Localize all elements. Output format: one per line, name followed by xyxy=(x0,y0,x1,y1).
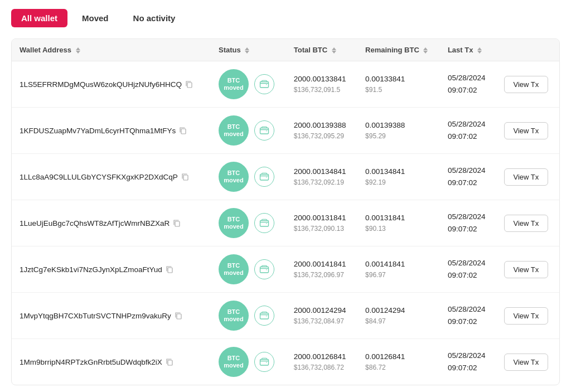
svg-rect-13 xyxy=(260,360,268,366)
wallet-address-cell: 1LueUjEuBgc7cQhsWT8zAfTjcWmrNBZXaR xyxy=(12,200,211,246)
total-btc-value: 2000.00134841 xyxy=(294,166,350,178)
last-tx-date: 05/28/2024 xyxy=(448,303,488,316)
last-tx-date: 05/28/2024 xyxy=(448,164,488,177)
last-tx-date: 05/28/2024 xyxy=(448,211,488,223)
action-cell: View Tx xyxy=(496,108,559,154)
table-row: 1LS5EFRRMDgMQusW6zokQUHjzNUfy6HHCQ BTC m… xyxy=(12,61,559,108)
remaining-btc-cell: 0.00134841 $92.19 xyxy=(357,154,440,200)
remaining-btc-value: 0.00133841 xyxy=(365,73,432,85)
sort-icon-remaining-btc[interactable] xyxy=(423,47,428,54)
view-tx-button[interactable]: View Tx xyxy=(504,261,549,278)
wallet-icon[interactable] xyxy=(254,213,274,233)
view-tx-button[interactable]: View Tx xyxy=(504,168,549,186)
svg-rect-10 xyxy=(177,314,181,319)
copy-icon[interactable] xyxy=(175,312,182,320)
sort-icon-total-btc[interactable] xyxy=(332,47,336,54)
last-tx-date: 05/28/2024 xyxy=(448,257,488,269)
remaining-btc-usd: $84.97 xyxy=(365,316,432,327)
wallet-address-text: 1KFDUSZuapMv7YaDmL6cyrHTQhma1MtFYs xyxy=(20,127,176,135)
status-content: BTC moved xyxy=(219,115,278,146)
tab-all-wallet[interactable]: All wallet xyxy=(11,9,67,27)
status-content: BTC moved xyxy=(219,254,278,284)
total-btc-usd: $136,732,091.5 xyxy=(294,85,350,95)
col-action xyxy=(496,39,559,61)
status-content: BTC moved xyxy=(219,162,278,192)
last-tx-date: 05/28/2024 xyxy=(448,118,488,130)
wallet-icon[interactable] xyxy=(254,306,274,326)
wallet-address-text: 1LLc8aA9C9LLULGbYCYSFKXgxKP2DXdCqP xyxy=(20,173,178,181)
total-btc-content: 2000.00139388 $136,732,095.29 xyxy=(294,119,350,142)
table-header: Wallet Address Status xyxy=(12,39,559,61)
svg-rect-7 xyxy=(260,221,268,227)
remaining-btc-content: 0.00141841 $96.97 xyxy=(365,258,432,281)
svg-rect-12 xyxy=(168,360,172,365)
wallet-icon[interactable] xyxy=(254,74,274,94)
total-btc-usd: $136,732,086.72 xyxy=(294,362,350,373)
total-btc-content: 2000.00141841 $136,732,096.97 xyxy=(294,258,350,281)
action-cell: View Tx xyxy=(496,61,559,108)
last-tx-content: 05/28/2024 09:07:02 xyxy=(448,257,488,281)
total-btc-cell: 2000.00134841 $136,732,092.19 xyxy=(286,154,357,200)
remaining-btc-content: 0.00124294 $84.97 xyxy=(365,304,432,327)
last-tx-time: 09:07:02 xyxy=(448,84,488,96)
last-tx-cell: 05/28/2024 09:07:02 xyxy=(440,339,496,385)
remaining-btc-content: 0.00134841 $92.19 xyxy=(365,166,432,188)
wallet-table: Wallet Address Status xyxy=(12,39,559,385)
copy-icon[interactable] xyxy=(166,358,173,366)
last-tx-cell: 05/28/2024 09:07:02 xyxy=(440,246,496,293)
status-cell: BTC moved xyxy=(211,246,286,293)
table-row: 1LueUjEuBgc7cQhsWT8zAfTjcWmrNBZXaR BTC m… xyxy=(12,200,559,246)
svg-rect-8 xyxy=(168,268,172,273)
action-cell: View Tx xyxy=(496,293,559,339)
table-row: 1LLc8aA9C9LLULGbYCYSFKXgxKP2DXdCqP BTC m… xyxy=(12,154,559,200)
sort-icon-address[interactable] xyxy=(76,47,80,54)
total-btc-value: 2000.00141841 xyxy=(294,258,350,270)
view-tx-button[interactable]: View Tx xyxy=(504,307,549,325)
table-row: 1KFDUSZuapMv7YaDmL6cyrHTQhma1MtFYs BTC m… xyxy=(12,108,559,154)
view-tx-button[interactable]: View Tx xyxy=(504,122,549,139)
last-tx-date: 05/28/2024 xyxy=(448,350,488,362)
copy-icon[interactable] xyxy=(173,219,181,227)
copy-icon[interactable] xyxy=(179,127,187,134)
table-row: 1JztCg7eKSkb1vi7NzGJynXpLZmoaFtYud BTC m… xyxy=(12,246,559,293)
last-tx-cell: 05/28/2024 09:07:02 xyxy=(440,108,496,154)
svg-rect-3 xyxy=(260,128,268,134)
view-tx-button[interactable]: View Tx xyxy=(504,354,549,371)
last-tx-content: 05/28/2024 09:07:02 xyxy=(448,303,488,327)
status-cell: BTC moved xyxy=(211,293,286,339)
total-btc-value: 2000.00139388 xyxy=(294,119,350,132)
wallet-icon[interactable] xyxy=(254,259,274,279)
wallet-icon[interactable] xyxy=(254,352,274,372)
remaining-btc-content: 0.00139388 $95.29 xyxy=(365,119,432,142)
view-tx-button[interactable]: View Tx xyxy=(504,215,549,232)
sort-icon-last-tx[interactable] xyxy=(477,47,482,54)
total-btc-cell: 2000.00133841 $136,732,091.5 xyxy=(286,61,357,108)
wallet-address-text: 1Mm9brripN4RPTzkGnRrbt5uDWdqbfk2iX xyxy=(20,358,162,366)
svg-rect-0 xyxy=(187,83,192,88)
remaining-btc-value: 0.00139388 xyxy=(365,119,432,132)
last-tx-cell: 05/28/2024 09:07:02 xyxy=(440,293,496,339)
action-cell: View Tx xyxy=(496,154,559,200)
copy-icon[interactable] xyxy=(185,80,193,88)
wallet-address-content: 1KFDUSZuapMv7YaDmL6cyrHTQhma1MtFYs xyxy=(20,127,203,135)
main-container: All walletMovedNo activity Wallet Addres… xyxy=(0,0,571,392)
total-btc-cell: 2000.00139388 $136,732,095.29 xyxy=(286,108,357,154)
sort-icon-status[interactable] xyxy=(245,47,249,54)
wallet-icon[interactable] xyxy=(254,120,274,141)
copy-icon[interactable] xyxy=(166,265,173,273)
tab-no-activity[interactable]: No activity xyxy=(123,9,186,27)
last-tx-time: 09:07:02 xyxy=(448,177,488,189)
remaining-btc-cell: 0.00124294 $84.97 xyxy=(357,293,440,339)
tab-moved[interactable]: Moved xyxy=(72,9,119,27)
wallet-icon[interactable] xyxy=(254,167,274,187)
status-cell: BTC moved xyxy=(211,61,286,108)
status-content: BTC moved xyxy=(219,69,278,99)
total-btc-value: 2000.00124294 xyxy=(294,304,350,317)
view-tx-button[interactable]: View Tx xyxy=(504,76,549,93)
svg-rect-5 xyxy=(260,175,268,181)
last-tx-content: 05/28/2024 09:07:02 xyxy=(448,72,488,96)
copy-icon[interactable] xyxy=(181,173,189,181)
total-btc-content: 2000.00124294 $136,732,084.97 xyxy=(294,304,350,327)
last-tx-content: 05/28/2024 09:07:02 xyxy=(448,350,488,374)
total-btc-content: 2000.00133841 $136,732,091.5 xyxy=(294,73,350,96)
